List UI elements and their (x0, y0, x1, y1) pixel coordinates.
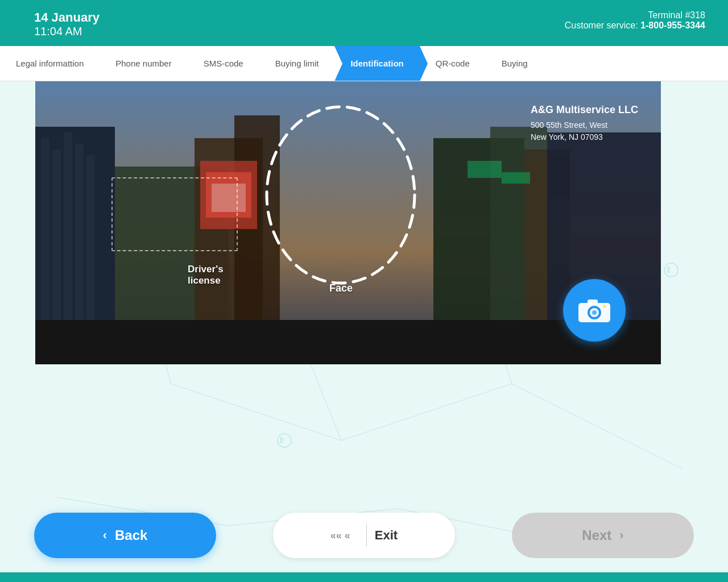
svg-line-3 (171, 384, 341, 440)
date: 14 January (34, 10, 100, 25)
customer-service-label: Customer service: (565, 20, 638, 30)
customer-service: Customer service: 1-800-955-3344 (565, 20, 705, 31)
svg-rect-33 (468, 161, 502, 178)
back-chevron-icon: ‹ (103, 528, 107, 543)
nav-tabs: Legal informattion Phone number SMS-code… (0, 46, 728, 81)
business-info: A&G Multiservice LLC 500 55th Street, We… (531, 104, 638, 143)
svg-rect-35 (35, 320, 661, 364)
exit-label: Exit (375, 528, 398, 543)
main-content: ₿ ₿ (0, 81, 728, 572)
svg-point-36 (267, 107, 415, 283)
svg-line-5 (512, 384, 682, 469)
tab-identification[interactable]: Identification (334, 46, 419, 81)
tab-buying-limit[interactable]: Buying limit (259, 46, 335, 81)
customer-service-phone: 1-800-955-3344 (640, 20, 705, 30)
face-label: Face (329, 282, 353, 294)
back-button[interactable]: ‹ Back (34, 513, 216, 558)
next-label: Next (582, 527, 611, 543)
exit-button[interactable]: «« « Exit (273, 513, 455, 558)
camera-view: A&G Multiservice LLC 500 55th Street, We… (35, 81, 661, 364)
tab-buying[interactable]: Buying (486, 46, 544, 81)
license-scan-area: Driver's license (104, 169, 246, 259)
face-scan-area: Face (257, 98, 425, 309)
business-name: A&G Multiservice LLC (531, 104, 638, 116)
svg-rect-34 (502, 172, 530, 184)
bottom-controls: ‹ Back «« « Exit Next › (0, 498, 728, 572)
svg-line-4 (341, 384, 512, 440)
svg-point-42 (603, 305, 606, 308)
time: 11:04 AM (34, 25, 100, 38)
terminal-info: Terminal #318 Customer service: 1-800-95… (565, 10, 705, 31)
tab-sms[interactable]: SMS-code (188, 46, 259, 81)
tab-qr-code[interactable]: QR-code (420, 46, 486, 81)
tab-phone[interactable]: Phone number (100, 46, 187, 81)
svg-text:₿: ₿ (280, 437, 283, 444)
svg-rect-38 (588, 300, 598, 305)
camera-button[interactable] (563, 279, 626, 342)
svg-point-41 (592, 310, 597, 315)
date-time: 14 January 11:04 AM (34, 10, 100, 38)
tab-legal[interactable]: Legal informattion (0, 46, 100, 81)
back-label: Back (115, 527, 147, 543)
next-button[interactable]: Next › (512, 513, 694, 558)
header: 14 January 11:04 AM Terminal #318 Custom… (0, 0, 728, 46)
face-oval-svg (257, 98, 425, 309)
exit-divider (366, 524, 367, 547)
business-address-line2: New York, NJ 07093 (531, 131, 638, 143)
license-inner (111, 177, 238, 251)
svg-text:₿: ₿ (667, 267, 670, 273)
camera-icon (577, 296, 611, 325)
terminal-number: Terminal #318 (565, 10, 705, 20)
license-label: Driver's license (188, 264, 246, 286)
exit-arrows-icon: «« « (330, 530, 350, 542)
business-address-line1: 500 55th Street, West (531, 119, 638, 131)
next-chevron-icon: › (619, 528, 623, 543)
